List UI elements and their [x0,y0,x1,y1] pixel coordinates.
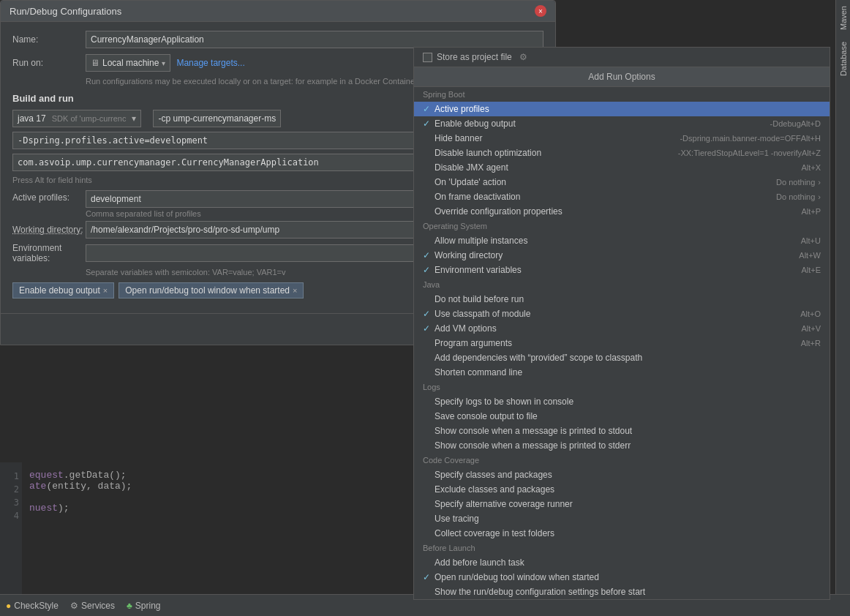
spring-icon: ♣ [127,601,132,611]
toolbar-item-checkstyle[interactable]: ● CheckStyle [6,601,59,611]
toolbar-item-spring[interactable]: ♣ Spring [127,601,161,611]
active-profiles-label: Active profiles: [12,190,86,203]
tag-enable-debug: Enable debug output × [12,282,114,298]
menu-item[interactable]: Disable launch optimization-XX:TieredSto… [414,146,830,160]
menu-item[interactable]: On 'Update' actionDo nothing› [414,175,830,189]
cp-value: -cp ump-currencymanager-ms [158,113,276,124]
working-directory-label: Working directory: [12,225,86,235]
right-panel-database[interactable]: Database [838,36,849,82]
menu-item-label: Program arguments [435,338,801,348]
menu-item-label: Show console when a message is printed t… [435,426,821,436]
menu-item-label: Environment variables [435,265,801,275]
menu-item[interactable]: Save console output to file [414,409,830,424]
dropdown-header: Add Run Options [414,67,830,87]
menu-item-sub: Do nothing [776,178,815,187]
menu-item-shortcut: Alt+Z [802,149,821,157]
menu-item-sub: Do nothing [776,192,815,201]
menu-scroll-area[interactable]: Spring Boot✓Active profiles✓Enable debug… [414,87,830,599]
run-on-select[interactable]: 🖥 Local machine ▾ [86,54,170,72]
cp-select[interactable]: -cp ump-currencymanager-ms [153,110,281,127]
toolbar-label-spring: Spring [135,601,161,611]
checkstyle-icon: ● [6,601,11,611]
sdk-chevron-icon: ▾ [132,113,136,124]
run-on-value: Local machine [102,58,159,68]
menu-item[interactable]: ✓Use classpath of moduleAlt+O [414,307,830,321]
tag-open-tool-window-label: Open run/debug tool window when started [125,285,290,296]
menu-item-label: Use tracing [435,514,821,524]
menu-item-label: Add VM options [435,323,801,334]
dialog-close-button[interactable]: × [535,5,546,17]
menu-item[interactable]: Add dependencies with “provided” scope t… [414,350,830,365]
menu-item-label: Specify logs to be shown in console [435,397,821,407]
menu-item[interactable]: Show console when a message is printed t… [414,424,830,438]
menu-item[interactable]: Show the run/debug configuration setting… [414,585,830,599]
menu-item-shortcut: Alt+R [801,339,821,348]
menu-item[interactable]: Specify alternative coverage runner [414,497,830,511]
menu-item[interactable]: Specify logs to be shown in console [414,394,830,409]
check-icon: ✓ [423,572,435,582]
store-project-checkbox[interactable] [423,53,432,62]
menu-item-label: Do not build before run [435,294,821,304]
menu-item[interactable]: Allow multiple instancesAlt+U [414,233,830,248]
right-panel-maven[interactable]: Maven [838,0,849,36]
dialog-title-bar: Run/Debug Configurations × [1,1,555,22]
menu-item[interactable]: Collect coverage in test folders [414,526,830,541]
menu-item[interactable]: Override configuration propertiesAlt+P [414,204,830,219]
menu-section-java: Java [414,277,830,292]
name-input[interactable] [86,31,544,48]
menu-item[interactable]: Add before launch task [414,555,830,570]
menu-item[interactable]: Do not build before run [414,292,830,307]
menu-section-before-launch: Before Launch [414,541,830,555]
menu-item[interactable]: ✓Environment variablesAlt+E [414,263,830,277]
toolbar-item-services[interactable]: ⚙ Services [70,601,115,611]
sdk-sub-label: SDK of 'ump-currenc [52,114,127,123]
menu-item[interactable]: ✓Open run/debug tool window when started [414,570,830,585]
line-numbers: 1 2 3 4 [0,462,22,594]
menu-item[interactable]: ✓Active profiles [414,102,830,116]
menu-item-label: Working directory [435,250,799,260]
name-label: Name: [12,34,86,45]
menu-item-label: Specify classes and packages [435,470,821,480]
store-project-label: Store as project file [437,52,512,62]
sdk-select[interactable]: java 17 SDK of 'ump-currenc ▾ [12,110,141,127]
menu-section-spring-boot: Spring Boot [414,87,830,102]
menu-item[interactable]: ✓Add VM optionsAlt+V [414,321,830,336]
menu-item[interactable]: Exclude classes and packages [414,482,830,497]
env-vars-label: Environment variables: [12,243,86,263]
menu-item-shortcut: Alt+H [801,134,821,143]
toolbar-label-checkstyle: CheckStyle [14,601,59,611]
sdk-java-label: java 17 [18,113,46,124]
menu-item-sub: -XX:TieredStopAtLevel=1 -noverify [678,149,802,157]
menu-item-label: On frame deactivation [435,192,773,202]
menu-item[interactable]: On frame deactivationDo nothing› [414,189,830,204]
menu-item[interactable]: Specify classes and packages [414,467,830,482]
computer-icon: 🖥 [91,58,99,68]
menu-item-label: Enable debug output [435,119,767,129]
manage-targets-link[interactable]: Manage targets... [176,58,244,68]
check-icon: ✓ [423,104,435,114]
menu-item-shortcut: Alt+W [799,251,821,260]
menu-item-label: Disable launch optimization [435,148,675,158]
tag-open-tool-window-close[interactable]: × [293,286,297,295]
check-icon: ✓ [423,265,435,275]
dialog-title: Run/Debug Configurations [10,6,121,17]
services-icon: ⚙ [70,601,78,611]
menu-item-shortcut: Alt+P [801,207,821,216]
menu-item[interactable]: Program argumentsAlt+R [414,336,830,350]
store-project-row: Store as project file ⚙ [414,48,830,67]
check-icon: ✓ [423,250,435,260]
check-icon: ✓ [423,323,435,334]
menu-item[interactable]: Hide banner-Dspring.main.banner-mode=OFF… [414,131,830,146]
menu-item-label: Hide banner [435,133,677,143]
menu-item[interactable]: Shorten command line [414,365,830,380]
menu-item[interactable]: ✓Working directoryAlt+W [414,248,830,263]
menu-item-label: Save console output to file [435,411,821,421]
menu-item-shortcut: Alt+E [801,266,821,274]
menu-item[interactable]: Show console when a message is printed t… [414,438,830,453]
menu-item[interactable]: Use tracing [414,511,830,526]
menu-item[interactable]: Disable JMX agentAlt+X [414,160,830,175]
run-on-label: Run on: [12,58,86,68]
tag-enable-debug-close[interactable]: × [103,286,108,295]
menu-item[interactable]: ✓Enable debug output-DdebugAlt+D [414,116,830,131]
name-row: Name: [12,31,544,48]
